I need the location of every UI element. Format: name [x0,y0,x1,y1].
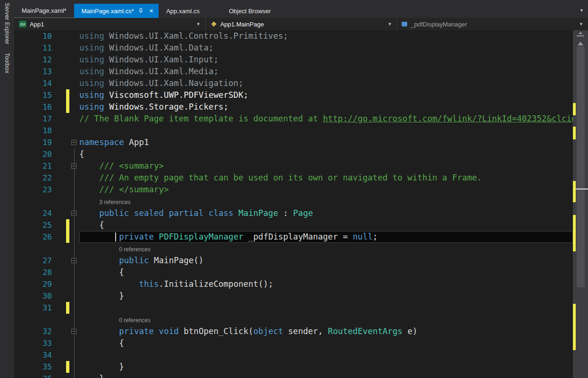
tab-label: MainPage.xaml.cs* [82,8,134,15]
code-line[interactable]: using Windows.UI.Xaml.Data; [79,42,573,54]
gutter-indicator-margin [52,219,70,231]
code-line[interactable]: public MainPage() [79,255,573,266]
visual-studio-window: Server Explorer Toolbox MainPage.xaml* M… [0,0,588,378]
code-editor[interactable]: 10using Windows.UI.Xaml.Controls.Primiti… [14,30,573,378]
gutter-indicator-margin [52,66,70,77]
scrollbar-thumb[interactable] [577,46,585,287]
codelens-link[interactable]: 0 references [79,244,151,255]
code-line[interactable]: { [79,337,573,349]
line-number: 32 [14,326,52,337]
codelens-link[interactable]: 0 references [79,315,151,326]
type-dropdown[interactable]: App1.MainPage ▼ [206,18,397,30]
line-number: 21 [14,160,52,172]
code-token: using [79,67,104,76]
change-mark [573,304,576,350]
code-line[interactable] [79,302,573,314]
code-row: 13using Windows.UI.Xaml.Media; [14,66,573,77]
code-line[interactable]: public sealed partial class MainPage : P… [79,207,573,219]
tab-app-xaml-cs[interactable]: App.xaml.cs [159,4,207,18]
code-line[interactable]: /// </summary> [79,184,573,196]
pin-icon[interactable] [138,8,143,14]
code-token: using [79,102,104,112]
codelens-row: 0 references [14,314,573,326]
tab-mainpage-xaml[interactable]: MainPage.xaml* [14,4,74,18]
code-row: 36 } [14,373,573,378]
fold-margin: − [70,207,79,219]
text-caret [115,232,116,241]
csharp-project-icon: C# [19,21,26,27]
code-line[interactable]: using Windows.UI.Xaml.Controls.Primitive… [79,30,573,42]
code-line[interactable]: { [79,266,573,278]
tab-list-chevron-icon[interactable]: ▼ [580,8,584,13]
gutter-indicator-margin [52,337,70,349]
code-token: namespace [79,137,124,147]
code-row: 27− public MainPage() [14,255,573,266]
project-dropdown[interactable]: C# App1 ▼ [14,18,206,30]
codelens-row: 0 references [14,243,573,255]
fold-toggle[interactable]: − [71,140,76,145]
codelens-link[interactable]: 3 references [79,197,131,207]
splitter-grip-icon[interactable] [577,32,584,38]
gutter-indicator-margin [52,361,70,373]
fold-toggle[interactable]: − [71,329,76,334]
gutter-indicator-margin [52,243,70,255]
code-token [154,232,159,241]
line-number: 34 [14,349,52,361]
code-line[interactable]: /// An empty page that can be used on it… [79,172,573,184]
code-line[interactable]: using Windows.UI.Xaml.Navigation; [79,77,573,89]
line-number: 27 [14,255,52,266]
close-icon[interactable]: ✕ [148,8,155,15]
scroll-up-icon[interactable] [578,42,583,45]
code-token: RoutedEventArgs [328,326,403,336]
code-line[interactable]: using Windows.Storage.Pickers; [79,101,573,113]
code-line[interactable] [79,125,573,137]
gutter-indicator-margin [52,89,70,101]
server-explorer-tab[interactable]: Server Explorer [4,3,10,44]
tab-mainpage-xaml-cs[interactable]: MainPage.xaml.cs* ✕ [74,4,159,18]
code-line[interactable]: namespace App1 [79,137,573,148]
line-number: 18 [14,125,52,137]
code-line[interactable]: private PDFDisplayManager _pdfDisplayMan… [79,231,573,243]
code-line[interactable]: } [79,290,573,302]
code-line[interactable]: } [79,361,573,373]
gutter-indicator-margin [52,373,70,378]
code-line[interactable]: this.InitializeComponent(); [79,278,573,290]
code-token: /// <summary> [79,161,164,171]
change-bar [66,89,69,101]
code-line[interactable]: private void btnOpen_Click(object sender… [79,326,573,337]
code-line[interactable]: // The Blank Page item template is docum… [79,113,573,125]
code-line[interactable]: { [79,219,573,231]
fold-toggle[interactable]: − [71,211,76,216]
codelens[interactable]: 0 references [79,243,573,255]
fold-toggle[interactable]: − [71,258,76,263]
editor-scrollbar[interactable] [573,30,588,378]
code-token: sender, [283,326,328,336]
fold-margin: − [70,160,79,172]
fold-guide-line [74,196,75,207]
fold-margin [70,290,79,302]
codelens[interactable]: 0 references [79,314,573,326]
code-token: /// An empty page that can be used on it… [79,173,482,182]
fold-guide-line [74,278,75,290]
code-token: void [159,326,179,336]
codelens[interactable]: 3 references [79,196,573,207]
code-token: Windows.UI.Xaml.Input; [104,55,218,64]
code-line[interactable]: /// <summary> [79,160,573,172]
fold-toggle[interactable]: − [71,163,76,169]
fold-margin [70,148,79,160]
fold-margin [70,66,79,77]
code-token: Page [293,208,313,218]
gutter-indicator-margin [52,148,70,160]
code-line[interactable] [79,349,573,361]
tab-object-browser[interactable]: Object Browser [221,4,278,18]
code-row: 20{ [14,148,573,160]
code-line[interactable]: using Windows.UI.Xaml.Media; [79,66,573,77]
toolbox-tab[interactable]: Toolbox [4,53,10,73]
gutter-indicator-margin [52,290,70,302]
code-line[interactable]: using Windows.UI.Xaml.Input; [79,54,573,66]
gutter-indicator-margin [52,349,70,361]
code-line[interactable]: { [79,148,573,160]
code-line[interactable]: using Viscomsoft.UWP.PDFViewerSDK; [79,89,573,101]
member-dropdown[interactable]: _pdfDisplayManager ▼ [397,18,588,30]
code-line[interactable]: } [79,373,573,378]
